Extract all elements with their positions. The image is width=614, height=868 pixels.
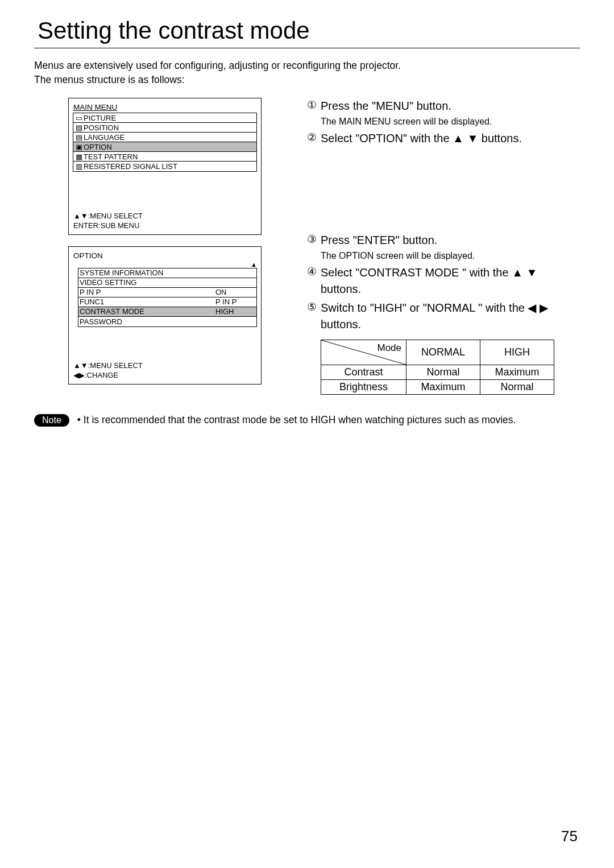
page-number: 75 [561,828,578,845]
step-text: Press [321,234,353,246]
option-icon: ▣ [74,143,84,151]
note-text: It is recommended that the contrast mode… [84,414,516,425]
table-row-label: Brightness [321,380,406,395]
option-item-contrast-mode: CONTRAST MODE HIGH [78,307,256,317]
osd-footer-line: ◀▶:CHANGE [73,371,259,381]
table-row-label: Contrast [321,365,406,380]
step-group-1: ① Press the "MENU" button. The MAIN MENU… [307,98,580,147]
menu-item-option: ▣ OPTION [73,142,256,152]
test-pattern-icon: ▦ [74,152,84,161]
table-row: Brightness Maximum Normal [321,380,554,395]
menu-label: PICTURE [84,114,255,122]
intro-line: Menus are extensively used for configuri… [34,60,401,71]
step-number: ② [307,130,321,146]
menu-item-test-pattern: ▦ TEST PATTERN [73,152,256,162]
table-diag-header: Mode [321,340,406,365]
table-header-normal: NORMAL [406,340,480,365]
menu-label: PASSWORD [80,317,255,326]
step-4: ④ Select "CONTRAST MODE " with the ▲ ▼ b… [307,264,580,297]
step-number: ④ [307,264,321,280]
note-bullet: • [77,414,81,425]
step-sub: The OPTION screen will be displayed. [321,251,580,261]
menu-label: CONTRAST MODE [80,307,215,316]
menu-value: P IN P [215,297,255,306]
step-number: ① [307,98,321,113]
table-header-high: HIGH [480,340,554,365]
step-text: or [406,301,423,314]
step-text: Switch to [321,301,370,314]
signal-list-icon: ▥ [74,162,84,171]
osd-footer-line: ENTER:SUB MENU [73,221,259,231]
step-text: Select [321,266,355,279]
step-key: "ENTER" [353,234,400,246]
menu-label: P IN P [80,288,215,296]
osd-heading: MAIN MENU [73,103,259,111]
step-group-2: ③ Press "ENTER" button. The OPTION scree… [307,232,580,395]
note-row: Note • It is recommended that the contra… [34,414,580,427]
step-key: "NORMAL " [423,301,483,314]
menu-item-position: ▧ POSITION [73,123,256,133]
menu-label: TEST PATTERN [84,152,255,161]
step-text: Select [321,132,355,144]
osd-footer-line: ▲▼:MENU SELECT [73,361,259,371]
option-item-func1: FUNC1 P IN P [78,297,256,307]
menu-label: POSITION [84,123,255,132]
menu-item-signal-list: ▥ RESISTERED SIGNAL LIST [73,162,256,171]
step-number: ⑤ [307,300,321,315]
table-cell: Normal [406,365,480,380]
menu-label: FUNC1 [80,297,215,306]
note-badge: Note [34,414,69,427]
step-text: Press the [321,100,372,112]
step-key: "MENU" [372,100,413,112]
language-icon: ▤ [74,133,84,142]
option-item-video: VIDEO SETTING [78,278,256,288]
table-cell: Maximum [480,365,554,380]
option-item-pinp: P IN P ON [78,288,256,297]
menu-value: HIGH [215,307,255,316]
menu-label: RESISTERED SIGNAL LIST [84,162,255,171]
table-col-label: Mode [377,342,401,354]
step-sub: The MAIN MENU screen will be displayed. [321,117,580,127]
option-item-sysinfo: SYSTEM INFORMATION [78,268,256,278]
step-1: ① Press the "MENU" button. [307,98,580,114]
intro-text: Menus are extensively used for configuri… [34,59,580,86]
contrast-mode-table: Mode NORMAL HIGH Contrast Normal Maximum… [321,340,554,395]
osd-footer-line: ▲▼:MENU SELECT [73,212,259,221]
scroll-up-icon: ▲ [71,261,257,268]
table-row: Contrast Normal Maximum [321,365,554,380]
table-cell: Maximum [406,380,480,395]
main-menu-osd: MAIN MENU ▭ PICTURE ▧ POSITION ▤ LANGUAG… [68,98,262,235]
menu-label: SYSTEM INFORMATION [80,268,255,277]
step-key: "OPTION" [355,132,407,144]
title-rule [34,48,580,48]
step-text: button. [400,234,438,246]
picture-icon: ▭ [74,114,84,122]
step-5: ⑤ Switch to "HIGH" or "NORMAL " with the… [307,300,580,333]
menu-label: OPTION [84,143,255,151]
step-2: ② Select "OPTION" with the ▲ ▼ buttons. [307,130,580,147]
page-title: Setting the contrast mode [38,17,580,44]
menu-label: LANGUAGE [84,133,255,142]
osd-heading: OPTION [73,251,259,260]
intro-line: The menus structure is as follows: [34,74,185,85]
menu-value: ON [215,288,255,296]
menu-label: VIDEO SETTING [80,278,255,287]
step-number: ③ [307,232,321,247]
option-menu-osd: OPTION ▲ SYSTEM INFORMATION VIDEO SETTIN… [68,246,262,385]
step-3: ③ Press "ENTER" button. [307,232,580,249]
step-key: "CONTRAST MODE [355,266,462,279]
menu-item-picture: ▭ PICTURE [73,113,256,123]
step-key: "HIGH" [370,301,406,314]
menu-item-language: ▤ LANGUAGE [73,133,256,142]
step-text: with the ▲ ▼ buttons. [407,132,522,144]
option-item-password: PASSWORD [78,317,256,326]
table-cell: Normal [480,380,554,395]
position-icon: ▧ [74,123,84,132]
step-text: button. [413,100,451,112]
